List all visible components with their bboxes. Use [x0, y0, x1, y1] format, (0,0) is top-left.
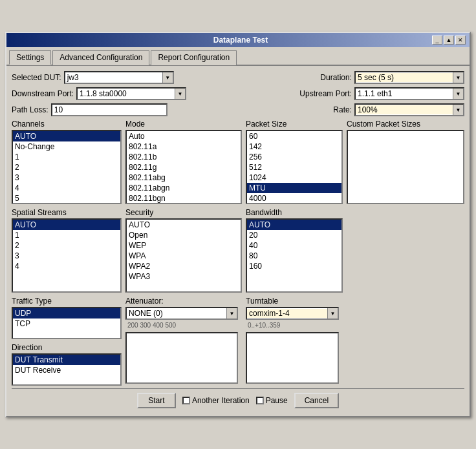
turntable-arrow[interactable]: ▼ — [327, 308, 338, 318]
cancel-button[interactable]: Cancel — [294, 393, 339, 408]
pause-checkbox[interactable] — [256, 397, 264, 404]
list-item[interactable]: 802.11abgn — [127, 183, 241, 193]
mode-listbox[interactable]: Auto 802.11a 802.11b 802.11g 802.11abg 8… — [125, 130, 242, 204]
turntable-label: Turntable — [246, 297, 343, 306]
turntable-dropdown[interactable]: comxim-1-4 ▼ — [246, 307, 339, 320]
packet-size-listbox[interactable]: 60 142 256 512 1024 MTU 4000 9000 — [246, 130, 343, 204]
direction-listbox[interactable]: DUT Transmit DUT Receive — [12, 353, 122, 386]
list-item[interactable]: WEP — [127, 240, 241, 251]
list-item[interactable]: 802.11a — [127, 141, 241, 152]
list-item[interactable]: DUT Transmit — [13, 355, 120, 365]
close-button[interactable]: ✕ — [455, 36, 466, 45]
list-item[interactable]: WPA — [127, 251, 241, 261]
tab-settings[interactable]: Settings — [9, 50, 51, 65]
duration-dropdown[interactable]: 5 sec (5 s) ▼ — [354, 71, 464, 84]
duration-label: Duration: — [320, 73, 352, 82]
list-item[interactable]: 802.11bg — [127, 204, 241, 204]
list-item[interactable]: 4 — [13, 183, 120, 193]
list-item[interactable]: 20 — [247, 230, 341, 240]
security-listbox[interactable]: AUTO Open WEP WPA WPA2 WPA3 — [125, 218, 242, 293]
list-item[interactable]: AUTO — [127, 220, 241, 230]
tab-advanced-configuration[interactable]: Advanced Configuration — [52, 50, 149, 65]
attenuator-value: NONE (0) — [127, 309, 226, 318]
list-item[interactable]: 40 — [247, 240, 341, 251]
custom-packet-sizes-section: Custom Packet Sizes — [347, 120, 464, 204]
list-item[interactable]: 1 — [13, 230, 120, 240]
list-item[interactable]: Open — [127, 230, 241, 240]
start-button[interactable]: Start — [137, 393, 176, 408]
list-item[interactable]: WPA2 — [127, 261, 241, 271]
list-item[interactable]: AUTO — [13, 131, 120, 141]
minimize-button[interactable]: _ — [432, 36, 442, 45]
another-iteration-label: Another Iteration — [192, 396, 250, 405]
downstream-port-arrow[interactable]: ▼ — [175, 89, 185, 99]
list-item[interactable]: 60 — [247, 131, 341, 141]
upstream-port-dropdown[interactable]: 1.1.1 eth1 ▼ — [354, 87, 464, 100]
list-item[interactable]: MTU — [247, 183, 341, 193]
path-loss-input[interactable] — [51, 103, 168, 116]
list-item[interactable]: 9000 — [247, 204, 341, 204]
traffic-type-listbox[interactable]: UDP TCP — [12, 307, 122, 339]
list-item[interactable]: 802.11abg — [127, 172, 241, 183]
rate-arrow[interactable]: ▼ — [453, 105, 463, 115]
list-item[interactable]: DUT Receive — [13, 365, 120, 375]
spatial-streams-listbox[interactable]: AUTO 1 2 3 4 — [12, 218, 122, 293]
list-item[interactable]: 2 — [13, 162, 120, 172]
selected-dut-dropdown[interactable]: jw3 ▼ — [64, 71, 174, 84]
list-item[interactable]: 6 — [13, 204, 120, 204]
turntable-section: Turntable comxim-1-4 ▼ 0..+10..359 — [246, 297, 343, 386]
downstream-port-label: Downstream Port: — [12, 89, 74, 98]
list-item[interactable]: 4 — [13, 261, 120, 271]
bandwidth-listbox[interactable]: AUTO 20 40 80 160 — [246, 218, 343, 293]
downstream-port-value: 1.1.8 sta0000 — [78, 89, 175, 98]
turntable-listbox[interactable] — [246, 332, 339, 384]
channels-section: Channels AUTO No-Change 1 2 3 4 5 6 — [12, 120, 122, 204]
selected-dut-arrow[interactable]: ▼ — [162, 72, 173, 83]
rate-dropdown[interactable]: 100% ▼ — [354, 103, 464, 116]
attenuator-listbox[interactable] — [125, 332, 238, 384]
list-item[interactable]: 512 — [247, 162, 341, 172]
tab-report-configuration[interactable]: Report Configuration — [151, 50, 237, 65]
list-item[interactable]: Auto — [127, 131, 241, 141]
spatial-streams-section: Spatial Streams AUTO 1 2 3 4 — [12, 208, 122, 293]
list-item[interactable]: 160 — [247, 261, 341, 271]
list-item[interactable]: AUTO — [247, 220, 341, 230]
list-item[interactable]: 802.11g — [127, 162, 241, 172]
list-item[interactable]: 1024 — [247, 172, 341, 183]
window-controls: _ ▲ ✕ — [432, 36, 466, 45]
path-loss-label: Path Loss: — [12, 105, 49, 114]
list-item[interactable]: 80 — [247, 251, 341, 261]
list-item[interactable]: 3 — [13, 172, 120, 183]
channels-listbox[interactable]: AUTO No-Change 1 2 3 4 5 6 — [12, 130, 122, 204]
list-item[interactable]: 256 — [247, 152, 341, 162]
list-item[interactable]: UDP — [13, 308, 120, 318]
list-item[interactable]: WPA3 — [127, 271, 241, 282]
list-item[interactable]: AUTO — [13, 220, 120, 230]
list-item[interactable]: 5 — [13, 193, 120, 204]
duration-value: 5 sec (5 s) — [356, 73, 453, 82]
list-item[interactable]: 3 — [13, 251, 120, 261]
attenuator-dropdown[interactable]: NONE (0) ▼ — [125, 307, 238, 320]
attenuator-section: Attenuator: NONE (0) ▼ 200 300 400 500 — [125, 297, 242, 386]
another-iteration-checkbox[interactable] — [182, 397, 190, 404]
content-area: Selected DUT: jw3 ▼ Duration: 5 sec (5 s… — [6, 66, 470, 416]
list-item[interactable]: 142 — [247, 141, 341, 152]
lists-row-2: Spatial Streams AUTO 1 2 3 4 Security AU… — [12, 208, 464, 293]
turntable-subtext: 0..+10..359 — [246, 321, 343, 329]
bandwidth-spacer — [347, 208, 464, 293]
list-item[interactable]: 2 — [13, 240, 120, 251]
list-item[interactable]: TCP — [13, 318, 120, 329]
list-item[interactable]: 802.11b — [127, 152, 241, 162]
list-item[interactable]: No-Change — [13, 141, 120, 152]
upstream-port-arrow[interactable]: ▼ — [453, 89, 463, 99]
list-item[interactable]: 802.11bgn — [127, 193, 241, 204]
packet-size-section: Packet Size 60 142 256 512 1024 MTU 4000… — [246, 120, 343, 204]
attenuator-arrow[interactable]: ▼ — [226, 308, 237, 318]
downstream-port-dropdown[interactable]: 1.1.8 sta0000 ▼ — [76, 87, 186, 100]
duration-arrow[interactable]: ▼ — [453, 72, 463, 83]
dut-duration-row: Selected DUT: jw3 ▼ Duration: 5 sec (5 s… — [12, 71, 464, 84]
list-item[interactable]: 4000 — [247, 193, 341, 204]
maximize-button[interactable]: ▲ — [444, 36, 454, 45]
list-item[interactable]: 1 — [13, 152, 120, 162]
custom-packet-sizes-listbox[interactable] — [347, 130, 464, 204]
